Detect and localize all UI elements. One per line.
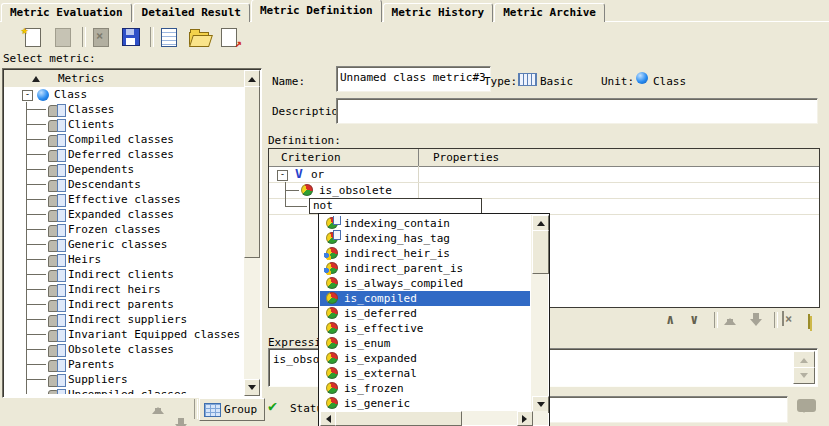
tab[interactable]: Detailed Result [133,3,250,22]
save-metric-icon[interactable] [118,25,144,49]
criterion-option[interactable]: is_enum [320,336,530,351]
criterion-row-is-obsolete[interactable]: is_obsolete [269,182,819,199]
criterion-option[interactable]: is_deferred [320,306,530,321]
metric-icon [48,314,66,326]
metric-icon [48,119,66,131]
metric-tree-panel: Metrics - Class Classes Clients [2,68,262,398]
copy-metric-icon[interactable] [50,25,76,49]
unit-label: Unit: [601,75,634,88]
criterion-row-or[interactable]: - V or [269,166,819,183]
scroll-right-icon[interactable] [517,411,533,426]
criterion-option[interactable]: is_external [320,366,530,381]
criterion-option[interactable]: indirect_parent_is [320,261,530,276]
group-button[interactable]: Group [199,398,265,421]
delete-metric-icon[interactable]: × [88,25,114,49]
tree-item[interactable]: Classes [4,102,244,117]
criterion-icon [301,184,313,196]
open-metric-file-icon[interactable] [186,25,212,49]
tree-item[interactable]: Effective classes [4,192,244,207]
criterion-column-header[interactable]: Criterion [281,151,341,164]
expr-scroll-up-icon[interactable] [793,351,815,368]
footer-separator [194,399,198,419]
collapse-icon[interactable]: - [277,170,288,181]
tree-item[interactable]: Clients [4,117,244,132]
criterion-option[interactable]: indexing_contain [320,216,530,231]
dropdown-vscrollbar[interactable] [531,215,548,411]
scroll-down-icon[interactable] [244,379,260,396]
metric-tool-window: Metric Evaluation Detailed Result Metric… [0,0,829,426]
criterion-option[interactable]: is_compiled [320,291,530,306]
criterion-dropdown: indexing_contain indexing_has_tag indire… [318,213,550,426]
tree-item[interactable]: Indirect parents [4,297,244,312]
criterion-option[interactable]: is_generic [320,396,530,411]
expr-scroll-down-icon[interactable] [793,367,815,384]
tree-item[interactable]: Descendants [4,177,244,192]
collapse-icon[interactable]: - [22,90,33,101]
tree-item[interactable]: Expanded classes [4,207,244,222]
criterion-option[interactable]: is_expanded [320,351,530,366]
scroll-up-icon[interactable] [244,70,260,87]
scrollbar-thumb[interactable] [335,411,462,426]
metric-icon [48,134,66,146]
put-or-icon[interactable]: ∨ [690,311,698,327]
tab[interactable]: Metric Archive [494,3,605,22]
tree-item[interactable]: Compiled classes [4,132,244,147]
select-metric-label: Select metric: [3,52,96,65]
export-metrics-icon[interactable]: ↗ [216,25,242,49]
tree-item[interactable]: Deferred classes [4,147,244,162]
status-ok-icon: ✔ [268,397,277,415]
tree-item[interactable]: Indirect clients [4,267,244,282]
metric-icon [48,254,66,266]
criterion-edit-field[interactable]: not [309,198,482,214]
tree-item[interactable]: Indirect suppliers [4,312,244,327]
tree-item[interactable]: Generic classes [4,237,244,252]
criterion-option[interactable]: indirect_heir_is [320,246,530,261]
put-and-icon[interactable]: ∧ [666,311,674,327]
metric-icon [48,239,66,251]
tab[interactable]: Metric Definition [251,0,382,22]
scroll-up-icon[interactable] [532,215,549,231]
tab[interactable]: Metric History [383,3,494,22]
description-input[interactable] [336,98,818,124]
comment-icon[interactable] [797,399,816,412]
import-metrics-icon[interactable] [156,25,182,49]
name-input[interactable]: Unnamed class metric#3 [336,66,491,92]
criterion-icon [326,277,338,289]
metric-icon [48,224,66,236]
metric-icon [48,359,66,371]
tree-scrollbar[interactable] [244,70,260,395]
tree-item-partial[interactable]: Uncompiled classes [4,387,244,394]
scrollbar-thumb[interactable] [532,230,549,274]
criterion-icon [326,262,338,274]
tree-item[interactable]: Obsolete classes [4,342,244,357]
criterion-option[interactable]: is_always_compiled [320,276,530,291]
description-label: Description [272,105,345,118]
criterion-option[interactable]: is_effective [320,321,530,336]
tree-item[interactable]: Parents [4,357,244,372]
tree-item[interactable]: Heirs [4,252,244,267]
criterion-option[interactable]: is_frozen [320,381,530,396]
metric-icon [48,329,66,341]
properties-column-header[interactable]: Properties [433,151,499,164]
tree-item[interactable]: Indirect heirs [4,282,244,297]
move-metric-down-icon[interactable] [173,416,189,426]
name-label: Name: [272,75,305,88]
delete-criterion-icon[interactable]: × [782,311,784,326]
tree-item[interactable]: Dependents [4,162,244,177]
tree-header[interactable]: Metrics [4,70,245,88]
tree-item[interactable]: Invariant Equipped classes [4,327,244,342]
tree-item[interactable]: Suppliers [4,372,244,387]
scroll-left-icon[interactable] [320,411,336,426]
criterion-option[interactable]: indexing_has_tag [320,231,530,246]
metric-icon [48,164,66,176]
clear-definition-icon[interactable] [808,314,810,329]
scrollbar-thumb[interactable] [244,86,260,258]
tab[interactable]: Metric Evaluation [1,3,132,22]
unit-value: Class [653,75,686,88]
move-metric-up-icon[interactable] [150,400,166,416]
new-metric-icon[interactable]: ★ [20,25,46,49]
dropdown-hscrollbar[interactable] [320,411,548,425]
metric-icon [48,344,66,356]
tree-item[interactable]: Frozen classes [4,222,244,237]
tree-item-class-root[interactable]: - Class [4,87,244,102]
